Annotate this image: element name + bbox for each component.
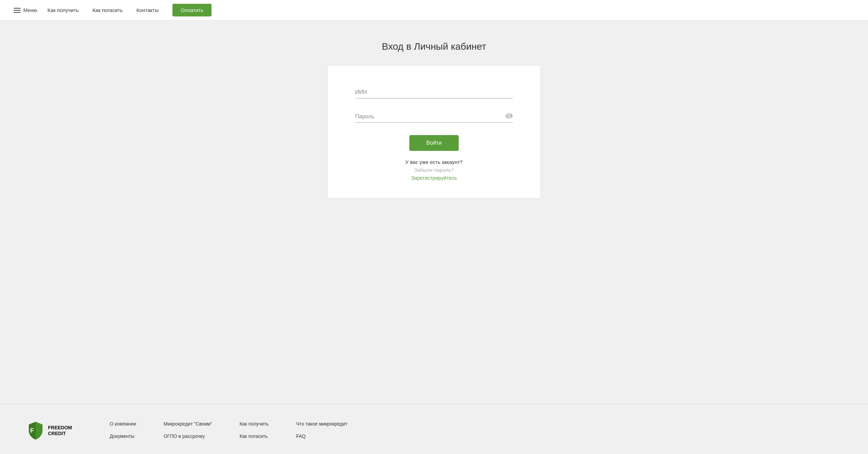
footer-logo-text: FREEDOM CREDIT (48, 425, 72, 437)
freedom-credit-logo-icon: F (27, 421, 44, 440)
footer-col-3: Как получить Как погасить (240, 421, 269, 439)
login-button[interactable]: Войти (409, 135, 459, 151)
nav-how-to-pay[interactable]: Как погасить (93, 7, 123, 13)
footer-logo: F FREEDOM CREDIT (27, 421, 82, 440)
eye-icon[interactable] (505, 113, 513, 120)
nav-how-to-get[interactable]: Как получить (48, 7, 79, 13)
menu-label[interactable]: Меню (23, 7, 37, 13)
footer-microcredit[interactable]: Микрокредит "Своим" (164, 421, 212, 427)
page-title: Вход в Личный кабинет (382, 41, 486, 52)
account-text: У вас уже есть аккаунт? (355, 159, 513, 165)
form-footer: У вас уже есть аккаунт? Забыли пароль? З… (355, 159, 513, 181)
footer-how-get[interactable]: Как получить (240, 421, 269, 427)
footer: F FREEDOM CREDIT О компании Документы Ми… (0, 404, 868, 454)
iin-input[interactable] (355, 86, 513, 98)
main-content: Вход в Личный кабинет Войти У вас уже ес… (0, 21, 868, 404)
footer-ogpo[interactable]: ОГПО в рассрочку (164, 433, 212, 439)
footer-col-2: Микрокредит "Своим" ОГПО в рассрочку (164, 421, 212, 439)
footer-about[interactable]: О компании (110, 421, 136, 427)
footer-faq[interactable]: FAQ (296, 433, 348, 439)
svg-text:F: F (30, 427, 34, 434)
footer-what-micro[interactable]: Что такое микрокредит (296, 421, 348, 427)
header-nav: Как получить Как погасить Контакты Оплат… (48, 4, 854, 16)
login-card: Войти У вас уже есть аккаунт? Забыли пар… (328, 66, 540, 198)
nav-contacts[interactable]: Контакты (136, 7, 159, 13)
footer-how-pay[interactable]: Как погасить (240, 433, 269, 439)
password-field-group (355, 111, 513, 123)
menu-icon[interactable] (14, 8, 21, 13)
footer-columns: О компании Документы Микрокредит "Своим"… (110, 421, 841, 439)
register-link[interactable]: Зарегистрируйтесь (411, 175, 457, 181)
footer-docs[interactable]: Документы (110, 433, 136, 439)
iin-field-group (355, 86, 513, 98)
pay-button[interactable]: Оплатить (172, 4, 212, 16)
password-input[interactable] (355, 111, 513, 123)
footer-inner: F FREEDOM CREDIT О компании Документы Ми… (27, 421, 841, 440)
footer-col-4: Что такое микрокредит FAQ (296, 421, 348, 439)
forgot-password-link[interactable]: Забыли пароль? (355, 167, 513, 173)
footer-col-1: О компании Документы (110, 421, 136, 439)
header: Меню Как получить Как погасить Контакты … (0, 0, 868, 21)
